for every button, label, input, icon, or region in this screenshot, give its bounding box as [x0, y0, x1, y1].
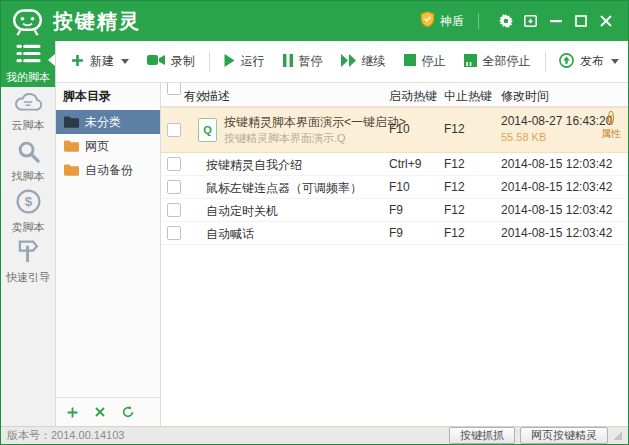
stop-all-label: 全部停止 [483, 53, 531, 70]
stop-hotkey: F12 [444, 122, 465, 136]
row-checkbox[interactable] [167, 226, 181, 240]
shield-badge[interactable]: 神盾 [420, 11, 464, 31]
script-tree-panel: 脚本目录 未分类 网页 自动备份 [56, 83, 161, 426]
stop-button[interactable]: 停止 [395, 47, 455, 77]
minimize-button[interactable] [543, 8, 568, 34]
start-hotkey: F9 [389, 226, 403, 240]
sidebar-item-label: 卖脚本 [12, 220, 45, 235]
resume-icon [341, 54, 356, 70]
tree-header: 脚本目录 [56, 83, 160, 110]
sidebar-item-quick-guide[interactable]: 快速引导 [1, 237, 55, 287]
modified-time: 2014-08-15 12:03:42 [501, 157, 612, 171]
tree-item-auto-backup[interactable]: 自动备份 [56, 158, 160, 182]
stop-hotkey: F12 [444, 203, 465, 217]
add-folder-button[interactable] [67, 407, 78, 418]
app-window: 按键精灵 神盾 [0, 0, 629, 445]
record-camera-icon [147, 54, 165, 69]
settings-gear-icon[interactable] [493, 8, 518, 34]
publish-button[interactable]: 发布 [550, 47, 628, 77]
publish-label: 发布 [580, 53, 604, 70]
cloud-icon [14, 91, 42, 114]
minimize-to-tray-icon[interactable] [518, 8, 543, 34]
start-hotkey: F10 [389, 122, 410, 136]
table-row[interactable]: 自动定时关机 F9 F12 2014-08-15 12:03:42 [161, 199, 628, 222]
select-all-checkbox[interactable] [167, 83, 181, 95]
script-title: 按键精灵自我介绍 [206, 157, 302, 174]
script-title: 自动喊话 [206, 226, 254, 243]
table-row[interactable]: 按键精灵自我介绍 Ctrl+9 F12 2014-08-15 12:03:42 [161, 153, 628, 176]
shield-icon [420, 11, 435, 31]
column-start-hotkey: 启动热键 [389, 88, 437, 105]
titlebar-divider [478, 13, 479, 29]
new-script-button[interactable]: 新建 [62, 47, 138, 77]
stop-label: 停止 [422, 53, 446, 70]
folder-icon [64, 164, 79, 176]
properties-label: 属性 [596, 127, 626, 141]
maximize-button[interactable] [568, 8, 593, 34]
start-hotkey: F9 [389, 203, 403, 217]
search-icon [17, 140, 40, 165]
stop-all-icon [464, 54, 477, 70]
sidebar-item-label: 云脚本 [12, 118, 45, 133]
run-label: 运行 [241, 53, 265, 70]
script-file-icon: Q [198, 118, 217, 142]
refresh-button[interactable] [122, 406, 134, 418]
stop-all-button[interactable]: 全部停止 [455, 47, 540, 77]
key-grabber-button[interactable]: 按键抓抓 [449, 427, 515, 444]
folder-icon [64, 140, 79, 152]
stop-hotkey: F12 [444, 226, 465, 240]
column-description: 描述 [206, 88, 230, 105]
tree-item-web[interactable]: 网页 [56, 134, 160, 158]
shield-label: 神盾 [440, 13, 464, 30]
properties-button[interactable]: i 属性 [596, 111, 626, 141]
sidebar-item-find-scripts[interactable]: 找脚本 [1, 137, 55, 187]
tree-item-uncategorized[interactable]: 未分类 [56, 110, 160, 134]
modified-time: 2014-08-15 12:03:42 [501, 226, 612, 240]
script-title: 自动定时关机 [206, 203, 278, 220]
toolbar-separator [545, 52, 546, 72]
table-row[interactable]: 自动喊话 F9 F12 2014-08-15 12:03:42 [161, 222, 628, 245]
sidebar-item-my-scripts[interactable]: 我的脚本 [1, 41, 55, 87]
record-button[interactable]: 录制 [138, 47, 204, 77]
plus-icon [71, 54, 84, 70]
sidebar-item-label: 我的脚本 [6, 70, 50, 85]
modified-time: 2014-08-15 12:03:42 [501, 180, 612, 194]
resume-button[interactable]: 继续 [332, 47, 395, 77]
file-size: 55.58 KB [501, 131, 546, 143]
sidebar-item-sell-scripts[interactable]: $ 卖脚本 [1, 187, 55, 237]
toolbar: 新建 录制 运行 暂停 继续 [56, 41, 628, 83]
new-script-label: 新建 [90, 53, 114, 70]
row-checkbox[interactable] [167, 203, 181, 217]
sidebar-item-label: 快速引导 [6, 270, 50, 285]
delete-folder-button[interactable] [95, 407, 105, 417]
app-logo-robot-icon [11, 5, 44, 38]
pause-button[interactable]: 暂停 [274, 47, 332, 77]
signpost-icon [17, 239, 40, 266]
svg-text:$: $ [24, 194, 32, 209]
sidebar-item-cloud-scripts[interactable]: 云脚本 [1, 87, 55, 137]
pause-label: 暂停 [299, 53, 323, 70]
row-checkbox[interactable] [167, 180, 181, 194]
version-label: 版本号：2014.00.14103 [7, 428, 124, 443]
close-button[interactable] [593, 8, 618, 34]
column-modified: 修改时间 [501, 88, 549, 105]
row-checkbox[interactable] [167, 123, 181, 137]
script-list-icon [16, 43, 41, 66]
tree-item-label: 网页 [85, 138, 109, 155]
script-title: 按键精灵脚本界面演示<一键启动> [224, 114, 406, 131]
row-checkbox[interactable] [167, 157, 181, 171]
run-button[interactable]: 运行 [215, 47, 274, 77]
web-quickmacro-button[interactable]: 网页按键精灵 [520, 427, 608, 444]
script-title: 鼠标左键连点器（可调频率） [206, 180, 362, 197]
info-icon: i [608, 111, 613, 125]
resume-label: 继续 [362, 53, 386, 70]
sidebar: 我的脚本 云脚本 找脚本 $ 卖脚本 快速引导 [1, 41, 56, 426]
column-stop-hotkey: 中止热键 [444, 88, 492, 105]
table-row[interactable]: Q 按键精灵脚本界面演示<一键启动> 按键精灵脚本界面演示.Q F10 F12 … [161, 107, 628, 153]
record-label: 录制 [171, 53, 195, 70]
stop-hotkey: F12 [444, 157, 465, 171]
tree-item-label: 未分类 [85, 114, 121, 131]
tree-actions-bar [56, 397, 160, 426]
table-row[interactable]: 鼠标左键连点器（可调频率） F10 F12 2014-08-15 12:03:4… [161, 176, 628, 199]
resize-grip[interactable] [614, 432, 622, 440]
